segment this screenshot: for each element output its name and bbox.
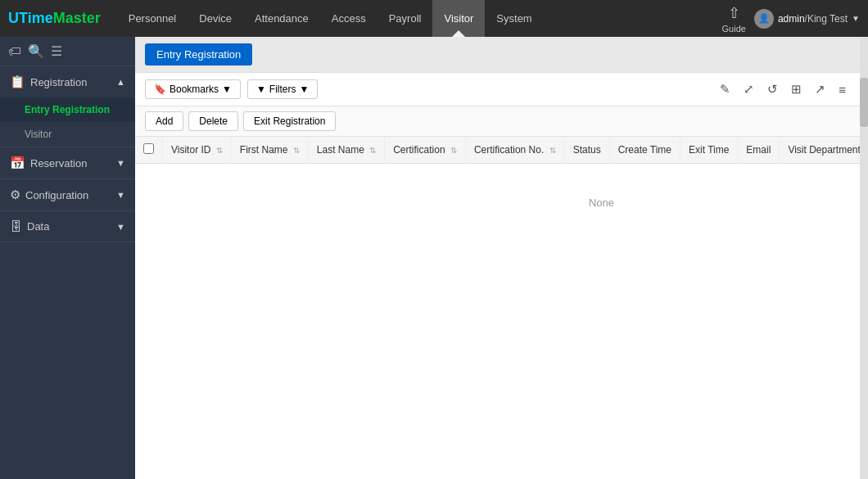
right-scrollbar[interactable] — [860, 37, 868, 479]
select-all-checkbox[interactable] — [143, 143, 154, 154]
nav-device[interactable]: Device — [188, 0, 243, 37]
configuration-icon: ⚙ — [10, 188, 20, 202]
sort-certification-no-icon: ⇅ — [549, 146, 556, 155]
col-last-name-label: Last Name — [317, 144, 364, 156]
registration-icon: 📋 — [10, 75, 25, 89]
filters-label: Filters — [269, 84, 296, 95]
nav-personnel[interactable]: Personnel — [117, 0, 188, 37]
col-status: Status — [564, 137, 609, 164]
add-button[interactable]: Add — [145, 111, 183, 131]
col-create-time-label: Create Time — [618, 144, 671, 156]
nav-items: Personnel Device Attendance Access Payro… — [117, 0, 722, 37]
sidebar-item-visitor[interactable]: Visitor — [0, 122, 135, 147]
expand-button[interactable]: ⤢ — [739, 79, 758, 99]
configuration-arrow-icon: ▼ — [116, 190, 125, 200]
col-first-name[interactable]: First Name ⇅ — [231, 137, 308, 164]
bookmarks-button[interactable]: 🔖 Bookmarks ▼ — [145, 79, 241, 99]
exit-registration-button[interactable]: Exit Registration — [243, 111, 336, 131]
user-admin: admin — [778, 13, 805, 25]
col-certification[interactable]: Certification ⇅ — [385, 137, 466, 164]
sidebar-data-label: Data — [27, 220, 116, 233]
col-visit-department-label: Visit Department — [788, 144, 860, 156]
table-container[interactable]: Visitor ID ⇅ First Name ⇅ Last Name ⇅ — [135, 137, 860, 479]
nav-right: ⇧ Guide 👤 admin/King Test ▼ — [722, 4, 860, 34]
sub-header: Entry Registration — [135, 37, 860, 73]
avatar: 👤 — [754, 9, 774, 29]
select-all-checkbox-header[interactable] — [135, 137, 163, 164]
user-info[interactable]: 👤 admin/King Test ▼ — [754, 9, 860, 29]
col-email: Email — [738, 137, 780, 164]
sidebar-configuration-header[interactable]: ⚙ Configuration ▼ — [0, 179, 135, 210]
col-first-name-label: First Name — [240, 144, 288, 156]
edit-button[interactable]: ✎ — [716, 79, 735, 99]
sidebar-section-data: 🗄 Data ▼ — [0, 211, 135, 242]
delete-button[interactable]: Delete — [188, 111, 238, 131]
filters-button[interactable]: ▼ Filters ▼ — [247, 79, 318, 99]
filters-chevron-icon: ▼ — [299, 84, 309, 95]
user-name: King Test — [807, 13, 848, 25]
user-text: admin/King Test — [778, 13, 848, 25]
sort-certification-icon: ⇅ — [450, 146, 457, 155]
visitors-table: Visitor ID ⇅ First Name ⇅ Last Name ⇅ — [135, 137, 860, 242]
export-button[interactable]: ↗ — [811, 79, 830, 99]
tag-icon[interactable]: 🏷 — [8, 44, 21, 59]
nav-visitor[interactable]: Visitor — [432, 0, 485, 37]
sidebar-section-reservation: 📅 Reservation ▼ — [0, 147, 135, 179]
toolbar: 🔖 Bookmarks ▼ ▼ Filters ▼ ✎ ⤢ ↺ ⊞ ↗ ≡ — [135, 73, 860, 106]
data-arrow-icon: ▼ — [116, 222, 125, 232]
sidebar-top-icons: 🏷 🔍 ☰ — [0, 37, 135, 66]
col-exit-time-label: Exit Time — [689, 144, 729, 156]
menu-icon[interactable]: ☰ — [51, 43, 62, 59]
bookmarks-chevron-icon: ▼ — [222, 84, 232, 95]
col-status-label: Status — [573, 144, 601, 156]
col-email-label: Email — [746, 144, 771, 156]
col-exit-time: Exit Time — [680, 137, 738, 164]
guide-button[interactable]: ⇧ Guide — [722, 4, 746, 34]
filter-icon: ▼ — [256, 84, 266, 95]
nav-attendance[interactable]: Attendance — [243, 0, 320, 37]
sidebar-section-configuration: ⚙ Configuration ▼ — [0, 179, 135, 211]
nav-access[interactable]: Access — [320, 0, 377, 37]
scrollbar-handle[interactable] — [860, 78, 868, 127]
sidebar-data-header[interactable]: 🗄 Data ▼ — [0, 211, 135, 242]
data-icon: 🗄 — [10, 219, 22, 233]
action-bar: Add Delete Exit Registration — [135, 106, 860, 137]
sidebar-reservation-label: Reservation — [30, 157, 116, 169]
entry-registration-tab[interactable]: Entry Registration — [145, 43, 252, 66]
settings-button[interactable]: ≡ — [834, 80, 850, 99]
sidebar-registration-label: Registration — [30, 76, 116, 88]
bookmark-icon: 🔖 — [154, 84, 166, 95]
sidebar-section-registration: 📋 Registration ▲ Entry Registration Visi… — [0, 66, 135, 147]
col-last-name[interactable]: Last Name ⇅ — [308, 137, 384, 164]
sort-visitor-id-icon: ⇅ — [216, 146, 223, 155]
sidebar-item-entry-registration[interactable]: Entry Registration — [0, 97, 135, 122]
top-navigation: UTime Master Personnel Device Attendance… — [0, 0, 868, 37]
guide-label: Guide — [722, 24, 746, 34]
col-visitor-id-label: Visitor ID — [171, 144, 210, 156]
table-body: None — [135, 164, 860, 242]
logo-master: Master — [53, 10, 101, 27]
toolbar-right: ✎ ⤢ ↺ ⊞ ↗ ≡ — [716, 79, 850, 99]
guide-icon: ⇧ — [728, 4, 740, 22]
col-visitor-id[interactable]: Visitor ID ⇅ — [163, 137, 232, 164]
sidebar-registration-header[interactable]: 📋 Registration ▲ — [0, 66, 135, 97]
app-logo: UTime Master — [8, 10, 101, 27]
nav-payroll[interactable]: Payroll — [377, 0, 433, 37]
nav-system[interactable]: System — [485, 0, 543, 37]
table-header-row: Visitor ID ⇅ First Name ⇅ Last Name ⇅ — [135, 137, 860, 164]
sidebar-reservation-header[interactable]: 📅 Reservation ▼ — [0, 147, 135, 178]
empty-message: None — [135, 164, 860, 242]
main-content: Entry Registration 🔖 Bookmarks ▼ ▼ Filte… — [135, 37, 860, 479]
col-certification-no[interactable]: Certification No. ⇅ — [465, 137, 564, 164]
registration-arrow-icon: ▲ — [116, 77, 125, 87]
col-certification-label: Certification — [393, 144, 445, 156]
content-area: 🔖 Bookmarks ▼ ▼ Filters ▼ ✎ ⤢ ↺ ⊞ ↗ ≡ — [135, 73, 860, 479]
refresh-button[interactable]: ↺ — [763, 79, 782, 99]
reservation-icon: 📅 — [10, 156, 25, 170]
empty-row: None — [135, 164, 860, 242]
sort-first-name-icon: ⇅ — [293, 146, 300, 155]
search-icon[interactable]: 🔍 — [28, 43, 44, 59]
layout-button[interactable]: ⊞ — [787, 79, 806, 99]
col-visit-department: Visit Department — [780, 137, 860, 164]
col-certification-no-label: Certification No. — [474, 144, 544, 156]
